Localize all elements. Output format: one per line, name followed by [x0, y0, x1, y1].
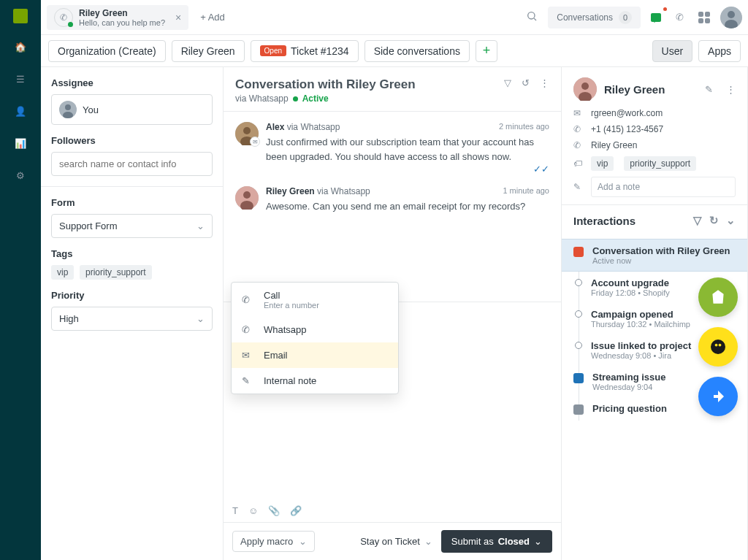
add-note-input[interactable]: Add a note — [591, 177, 736, 197]
assignee-field[interactable]: You — [51, 94, 213, 125]
chevron-down-icon: ⌄ — [424, 536, 432, 547]
tab-apps[interactable]: Apps — [698, 40, 741, 62]
nav-views-icon[interactable]: ☰ — [12, 70, 29, 88]
integration-buttons — [698, 277, 738, 416]
svg-line-1 — [534, 18, 536, 20]
refresh-icon[interactable]: ↻ — [709, 214, 719, 227]
stay-on-ticket-select[interactable]: Stay on Ticket ⌄ — [360, 536, 432, 547]
tab-person[interactable]: Riley Green — [172, 40, 245, 62]
tab-user[interactable]: User — [652, 40, 693, 62]
edit-icon[interactable]: ✎ — [705, 84, 713, 95]
channel-menu: ✆ CallEnter a number ✆ Whatsapp ✉ Email … — [231, 282, 399, 394]
read-receipt-icon: ✓✓ — [266, 164, 549, 174]
interaction-title: Account upgrade — [591, 277, 670, 288]
shopify-button[interactable] — [698, 277, 738, 317]
tab-organization[interactable]: Organization (Create) — [48, 40, 166, 62]
message-author: Alex — [266, 122, 284, 132]
jira-button[interactable] — [698, 377, 738, 416]
form-select[interactable]: Support Form ⌄ — [51, 214, 213, 238]
submit-button[interactable]: Submit as Closed ⌄ — [441, 530, 552, 553]
note-icon: ✎ — [573, 182, 584, 192]
interactions-title: Interactions — [573, 215, 636, 227]
profile-email: rgreen@work.com — [591, 108, 663, 118]
top-bar: ✆ Riley Green Hello, can you help me? × … — [41, 0, 748, 35]
channel-email-label: Email — [264, 350, 288, 361]
assignee-avatar — [59, 101, 77, 118]
channel-menu-internal-note[interactable]: ✎ Internal note — [232, 368, 398, 394]
followers-input[interactable] — [51, 152, 213, 176]
conversations-label: Conversations — [557, 12, 613, 23]
emoji-icon[interactable]: ☺ — [248, 505, 258, 516]
nav-home-icon[interactable]: 🏠 — [12, 38, 29, 55]
event-dot-icon — [575, 342, 582, 349]
assignee-value: You — [83, 104, 99, 115]
interaction-item[interactable]: Conversation with Riley GreenActive now — [562, 239, 747, 272]
tag-chip[interactable]: vip — [51, 265, 74, 280]
message-avatar — [235, 186, 259, 210]
priority-select[interactable]: High ⌄ — [51, 307, 213, 331]
message-text: Just confirmed with our subscription tea… — [266, 135, 549, 164]
email-icon: ✉ — [242, 350, 255, 361]
message-via: via Whatsapp — [317, 186, 370, 196]
add-side-conversation-button[interactable]: + — [476, 40, 497, 62]
channel-menu-whatsapp[interactable]: ✆ Whatsapp — [232, 317, 398, 342]
filter-icon[interactable]: ▽ — [504, 77, 511, 88]
channel-call-label: Call — [264, 290, 319, 301]
text-format-icon[interactable]: T — [232, 505, 238, 516]
status-open-icon — [573, 247, 584, 257]
profile-tag[interactable]: vip — [591, 156, 614, 171]
messages-icon[interactable] — [646, 9, 665, 26]
macro-label: Apply macro — [240, 536, 293, 547]
interaction-sub: Active now — [592, 256, 730, 265]
message-item: Riley Green via Whatsapp 1 minute ago Aw… — [235, 186, 549, 214]
interactions-header: Interactions ▽ ↻ ⌄ — [562, 204, 747, 236]
chevron-down-icon: ⌄ — [534, 536, 542, 547]
nav-admin-icon[interactable]: ⚙ — [12, 166, 29, 184]
attachment-icon[interactable]: 📎 — [268, 505, 280, 516]
channel-menu-call[interactable]: ✆ CallEnter a number — [232, 283, 398, 317]
tags-label: Tags — [51, 248, 213, 259]
conversations-count: 0 — [619, 11, 632, 24]
call-icon[interactable]: ✆ — [671, 7, 688, 27]
chevron-down-icon[interactable]: ⌄ — [726, 214, 736, 227]
link-icon[interactable]: 🔗 — [290, 505, 302, 516]
conversation-tab-subtitle: Hello, can you help me? — [79, 18, 165, 27]
content: Assignee You Followers Form Support Form… — [41, 67, 748, 560]
more-icon[interactable]: ⋮ — [540, 77, 549, 88]
assignee-label: Assignee — [51, 77, 213, 88]
mailchimp-button[interactable] — [698, 327, 738, 367]
phone-icon: ✆ — [242, 294, 255, 305]
user-avatar[interactable] — [720, 7, 742, 28]
channel-menu-email[interactable]: ✉ Email — [232, 342, 398, 368]
channel-whatsapp-label: Whatsapp — [264, 324, 307, 335]
status-pending-icon — [573, 373, 584, 383]
nav-reports-icon[interactable]: 📊 — [12, 134, 29, 152]
close-icon[interactable]: × — [175, 12, 181, 23]
search-icon[interactable] — [522, 6, 542, 28]
conversations-button[interactable]: Conversations 0 — [548, 7, 641, 28]
add-tab-button[interactable]: + Add — [194, 7, 231, 27]
tag-chip[interactable]: priority_support — [80, 265, 152, 280]
chevron-down-icon: ⌄ — [299, 536, 307, 547]
filter-icon[interactable]: ▽ — [693, 214, 702, 227]
nav-customers-icon[interactable]: 👤 — [12, 102, 29, 120]
note-icon: ✎ — [242, 375, 255, 386]
conversation-tab[interactable]: ✆ Riley Green Hello, can you help me? × — [47, 5, 188, 30]
macro-select[interactable]: Apply macro ⌄ — [232, 531, 315, 552]
conversation-panel: Conversation with Riley Green via Whatsa… — [224, 67, 562, 560]
interaction-sub: Thursday 10:32 • Mailchimp — [591, 320, 690, 329]
profile-tag[interactable]: priority_support — [624, 156, 696, 171]
tab-ticket[interactable]: Open Ticket #1234 — [251, 40, 359, 62]
whatsapp-icon: ✆ — [573, 140, 584, 150]
followers-search[interactable] — [59, 158, 205, 169]
channel-call-sub: Enter a number — [264, 301, 319, 310]
message-avatar: ✉ — [235, 122, 259, 145]
submit-prefix: Submit as — [451, 536, 494, 547]
profile-whatsapp: Riley Green — [591, 140, 637, 150]
svg-point-18 — [715, 344, 718, 347]
apps-grid-icon[interactable] — [694, 7, 714, 28]
more-icon[interactable]: ⋮ — [726, 84, 736, 95]
history-icon[interactable]: ↺ — [522, 77, 530, 88]
tab-side-conversations[interactable]: Side conversations — [365, 40, 470, 62]
email-icon: ✉ — [573, 108, 584, 118]
